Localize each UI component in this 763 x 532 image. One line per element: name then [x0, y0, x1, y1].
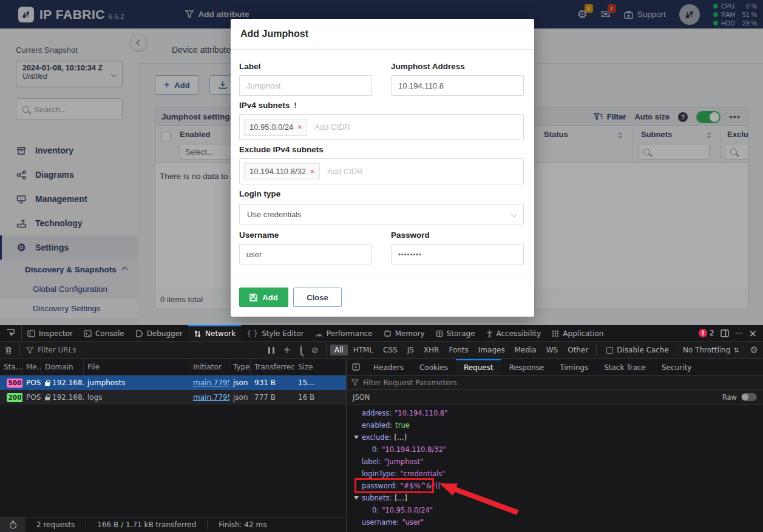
json-section-header: JSON Raw	[347, 390, 763, 405]
column-type[interactable]: Type	[229, 359, 251, 375]
remove-chip-icon[interactable]: ×	[297, 123, 302, 132]
request-list: Sta… Me… Domain File Initiator Type Tran…	[0, 359, 346, 532]
meatball-menu-icon[interactable]: ⋯	[735, 329, 743, 337]
twisty-icon[interactable]	[354, 496, 359, 500]
inspector-icon	[27, 330, 35, 337]
json-line-username[interactable]: username"user"	[347, 516, 763, 528]
column-domain[interactable]: Domain	[41, 359, 84, 375]
status-badge-500: 500	[7, 379, 22, 388]
memory-icon	[384, 330, 392, 337]
tab-performance[interactable]: Performance	[310, 325, 378, 341]
json-line-exclude-0[interactable]: 0"10.194.110.8/32"	[347, 443, 763, 456]
tab-stack-trace[interactable]: Stack Trace	[596, 359, 654, 375]
initiator-link[interactable]: main.7795…	[193, 379, 229, 387]
network-settings-gear-icon[interactable]: ⚙	[750, 345, 758, 355]
modal-add-button[interactable]: Add	[239, 288, 288, 307]
tab-inspector[interactable]: Inspector	[22, 325, 78, 341]
modal-close-button[interactable]: Close	[293, 288, 342, 307]
pause-icon[interactable]	[268, 347, 274, 354]
filter-type-fonts[interactable]: Fonts	[444, 345, 472, 355]
filter-type-html[interactable]: HTML	[349, 345, 378, 355]
tab-debugger[interactable]: Debugger	[130, 325, 188, 341]
tab-console[interactable]: Console	[78, 325, 130, 341]
tab-headers[interactable]: Headers	[365, 359, 412, 375]
devtools-tab-bar: Inspector Console Debugger Network { }St…	[0, 325, 763, 342]
json-label: JSON	[353, 393, 370, 402]
tab-request[interactable]: Request	[456, 359, 501, 375]
label-field-label: Label	[239, 62, 260, 71]
username-input[interactable]: user	[239, 244, 372, 264]
tab-network[interactable]: Network	[188, 325, 241, 341]
column-file[interactable]: File	[84, 359, 189, 375]
exclude-chip: 10.194.110.8/32×	[244, 163, 320, 180]
tab-accessibility[interactable]: Accessibility	[481, 325, 547, 341]
filter-type-ws[interactable]: WS	[542, 345, 562, 355]
initiator-link[interactable]: main.7795…	[193, 393, 229, 402]
request-list-header: Sta… Me… Domain File Initiator Type Tran…	[0, 359, 346, 375]
label-input[interactable]: Jumphost	[239, 75, 372, 96]
debugger-icon	[135, 330, 143, 337]
tab-response[interactable]: Response	[501, 359, 552, 375]
tab-style-editor[interactable]: { }Style Editor	[241, 325, 310, 341]
twisty-icon[interactable]	[354, 436, 359, 439]
tab-security[interactable]: Security	[654, 359, 699, 375]
search-icon[interactable]	[296, 346, 307, 354]
request-row-jumphosts[interactable]: 500 POST 192.168… jumphosts main.7795… j…	[0, 375, 346, 390]
split-console-icon[interactable]	[721, 329, 729, 337]
sidebar-toggle-icon[interactable]	[347, 359, 365, 375]
application-icon	[552, 330, 559, 337]
error-icon: !	[699, 329, 707, 337]
pick-element-icon[interactable]	[0, 325, 22, 341]
request-row-logs[interactable]: 200 POST 192.168… logs main.7795… json 7…	[0, 390, 346, 405]
throttling-select[interactable]: No Throttling⇅	[683, 346, 739, 354]
filter-request-parameters-input[interactable]: Filter Request Parameters	[347, 375, 763, 390]
close-devtools-icon[interactable]: ×	[749, 328, 757, 339]
json-line-enabled[interactable]: enabledtrue	[347, 419, 763, 431]
error-count-badge[interactable]: !2	[699, 329, 714, 337]
filter-type-other[interactable]: Other	[563, 345, 592, 355]
tab-timings[interactable]: Timings	[552, 359, 596, 375]
column-status[interactable]: Sta…	[0, 359, 22, 375]
json-line-label[interactable]: label"Jumphost"	[347, 456, 763, 468]
login-type-select[interactable]: Use credentials	[239, 204, 524, 224]
json-line-subnets-0[interactable]: 0"10.95.0.0/24"	[347, 504, 763, 516]
add-cidr-placeholder: Add CIDR	[314, 123, 350, 132]
tab-storage[interactable]: Storage	[430, 325, 481, 341]
remove-chip-icon[interactable]: ×	[310, 167, 314, 176]
json-line-subnets[interactable]: subnets[…]	[347, 492, 763, 504]
filter-type-all[interactable]: All	[330, 345, 348, 355]
filter-type-js[interactable]: JS	[403, 345, 418, 355]
json-line-exclude[interactable]: exclude[…]	[347, 431, 763, 443]
disable-cache-checkbox[interactable]: Disable Cache	[606, 346, 669, 354]
jumphost-address-input[interactable]: 10.194.110.8	[391, 75, 524, 96]
column-method[interactable]: Me…	[22, 359, 41, 375]
details-tab-bar: Headers Cookies Request Response Timings…	[347, 359, 763, 375]
add-request-icon[interactable]: +	[279, 345, 294, 355]
filter-type-css[interactable]: CSS	[379, 345, 402, 355]
stopwatch-icon[interactable]	[0, 517, 25, 532]
add-jumphost-modal: Add Jumphost Label Jumphost Jumphost Add…	[231, 19, 534, 317]
clear-requests-icon[interactable]	[0, 346, 17, 354]
exclude-subnets-input[interactable]: 10.194.110.8/32× Add CIDR	[239, 158, 524, 184]
json-line-address[interactable]: address"10.194.110.8"	[347, 407, 763, 419]
save-icon	[249, 294, 257, 301]
filter-type-images[interactable]: Images	[474, 345, 509, 355]
password-input[interactable]: ••••••••	[391, 244, 524, 264]
subnets-field-label: IPv4 subnets!	[239, 101, 297, 110]
filter-type-xhr[interactable]: XHR	[419, 345, 444, 355]
tab-application[interactable]: Application	[546, 325, 609, 341]
funnel-icon	[351, 379, 359, 386]
tab-memory[interactable]: Memory	[378, 325, 430, 341]
storage-icon	[436, 330, 443, 337]
raw-toggle[interactable]	[741, 393, 757, 401]
ipv4-subnets-input[interactable]: 10.95.0.0/24× Add CIDR	[239, 114, 524, 140]
block-icon[interactable]: ⊘	[308, 345, 322, 355]
filter-urls-input[interactable]: Filter URLs	[26, 346, 265, 354]
tab-cookies[interactable]: Cookies	[412, 359, 456, 375]
column-initiator[interactable]: Initiator	[189, 359, 229, 375]
column-size[interactable]: Size	[294, 359, 346, 375]
filter-type-media[interactable]: Media	[510, 345, 541, 355]
column-transferred[interactable]: Transferred	[251, 359, 294, 375]
status-badge-200: 200	[7, 393, 22, 402]
exclude-field-label: Exclude IPv4 subnets	[239, 145, 324, 154]
